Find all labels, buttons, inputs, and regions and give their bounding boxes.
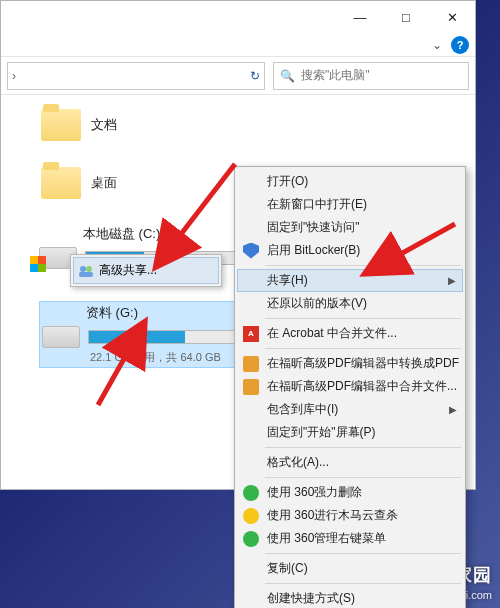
menu-acrobat-combine[interactable]: 在 Acrobat 中合并文件... (237, 322, 463, 345)
ribbon-collapse-icon[interactable]: ⌄ (427, 35, 447, 55)
menu-pin-start[interactable]: 固定到"开始"屏幕(P) (237, 421, 463, 444)
maximize-button[interactable]: □ (383, 1, 429, 33)
help-icon[interactable]: ? (451, 36, 469, 54)
menu-open-new-window[interactable]: 在新窗口中打开(E) (237, 193, 463, 216)
address-bar[interactable]: › ↻ (7, 62, 265, 90)
share-submenu: 高级共享... (70, 254, 222, 287)
drive-usage-meter (88, 330, 236, 344)
ribbon-strip: ⌄ ? (1, 33, 475, 57)
svg-point-1 (86, 266, 92, 272)
folder-icon (41, 167, 81, 199)
titlebar: — □ ✕ (1, 1, 475, 33)
svg-rect-2 (79, 272, 93, 277)
address-row: › ↻ 🔍 搜索"此电脑" (1, 57, 475, 95)
context-menu: 打开(O) 在新窗口中打开(E) 固定到"快速访问" 启用 BitLocker(… (234, 166, 466, 608)
menu-foxit-convert[interactable]: 在福昕高级PDF编辑器中转换成PDF (237, 352, 463, 375)
drive-name: 资料 (G:) (86, 304, 236, 322)
menu-create-shortcut[interactable]: 创建快捷方式(S) (237, 587, 463, 608)
search-input[interactable]: 🔍 搜索"此电脑" (273, 62, 469, 90)
drive-subtext: 22.1 GB 可用，共 64.0 GB (90, 350, 236, 365)
acrobat-icon (243, 326, 259, 342)
menu-open[interactable]: 打开(O) (237, 170, 463, 193)
drive-icon (42, 326, 80, 348)
menu-include-library[interactable]: 包含到库中(I)▶ (237, 398, 463, 421)
menu-share[interactable]: 共享(H)▶ (237, 269, 463, 292)
folder-label: 文档 (91, 116, 117, 134)
menu-copy[interactable]: 复制(C) (237, 557, 463, 580)
menu-format[interactable]: 格式化(A)... (237, 451, 463, 474)
menu-separator (265, 583, 461, 584)
users-icon (78, 263, 94, 279)
close-button[interactable]: ✕ (429, 1, 475, 33)
foxit-icon (243, 379, 259, 395)
folder-icon (41, 109, 81, 141)
menu-label: 高级共享... (99, 262, 157, 279)
menu-separator (265, 318, 461, 319)
menu-separator (265, 447, 461, 448)
menu-360-scan[interactable]: 使用 360进行木马云查杀 (237, 504, 463, 527)
menu-foxit-merge[interactable]: 在福昕高级PDF编辑器中合并文件... (237, 375, 463, 398)
menu-advanced-sharing[interactable]: 高级共享... (73, 257, 219, 284)
menu-restore-previous[interactable]: 还原以前的版本(V) (237, 292, 463, 315)
menu-360-delete[interactable]: 使用 360强力删除 (237, 481, 463, 504)
foxit-icon (243, 356, 259, 372)
menu-separator (265, 265, 461, 266)
search-icon: 🔍 (280, 69, 295, 83)
breadcrumb-chevron-icon: › (12, 69, 16, 83)
menu-separator (265, 553, 461, 554)
menu-separator (265, 348, 461, 349)
refresh-icon[interactable]: ↻ (250, 69, 260, 83)
submenu-arrow-icon: ▶ (448, 275, 456, 286)
minimize-button[interactable]: — (337, 1, 383, 33)
menu-separator (265, 477, 461, 478)
menu-360-manage[interactable]: 使用 360管理右键菜单 (237, 527, 463, 550)
svg-point-0 (80, 266, 86, 272)
q360-icon (243, 508, 259, 524)
drive-g[interactable]: 资料 (G:) 22.1 GB 可用，共 64.0 GB (39, 301, 239, 368)
drive-name: 本地磁盘 (C:) (83, 225, 239, 243)
folder-documents[interactable]: 文档 (39, 103, 465, 147)
shield-icon (243, 243, 259, 259)
q360-icon (243, 485, 259, 501)
menu-bitlocker[interactable]: 启用 BitLocker(B) (237, 239, 463, 262)
submenu-arrow-icon: ▶ (449, 404, 457, 415)
q360-icon (243, 531, 259, 547)
menu-pin-quick-access[interactable]: 固定到"快速访问" (237, 216, 463, 239)
folder-label: 桌面 (91, 174, 117, 192)
search-placeholder: 搜索"此电脑" (301, 67, 370, 84)
drive-usage-fill (89, 331, 185, 343)
